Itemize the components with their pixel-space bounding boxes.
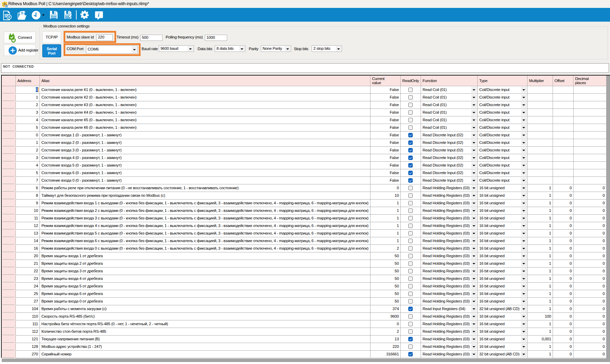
svg-text:i: i xyxy=(98,12,100,18)
svg-text:R: R xyxy=(5,4,8,8)
